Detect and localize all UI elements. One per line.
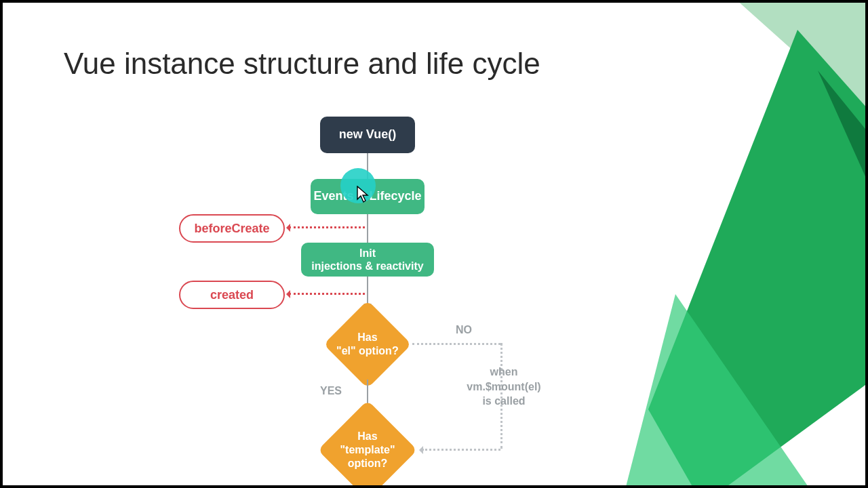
edge-yes-label: YES	[320, 385, 342, 397]
note-mount: when vm.$mount(el) is called	[457, 365, 551, 409]
slide-title: Vue instance structure and life cycle	[64, 47, 540, 81]
decision-has-el-label: Has "el" option?	[336, 331, 399, 358]
edge-events-init	[367, 214, 368, 243]
node-new-vue-label: new Vue()	[339, 127, 396, 142]
edge-created	[289, 293, 365, 295]
svg-marker-2	[614, 294, 811, 485]
cursor-icon	[357, 186, 369, 203]
hook-before-create-label: beforeCreate	[194, 222, 269, 236]
edge-before-create	[289, 226, 365, 228]
edge-no-back	[422, 449, 500, 451]
decorative-triangles	[594, 3, 865, 485]
hook-before-create: beforeCreate	[179, 214, 285, 243]
svg-marker-1	[648, 30, 865, 485]
triangles-svg	[594, 3, 865, 485]
node-init-label: Init injections & reactivity	[311, 247, 423, 272]
decision-has-el: Has "el" option?	[323, 300, 412, 388]
edge-no-h	[412, 343, 500, 345]
edge-no-label: NO	[456, 324, 472, 336]
hook-created: created	[179, 281, 285, 309]
node-new-vue: new Vue()	[320, 117, 415, 153]
svg-marker-3	[818, 70, 865, 267]
node-init: Init injections & reactivity	[301, 243, 434, 277]
decision-has-template-label: Has "template" option?	[332, 430, 403, 470]
hook-created-label: created	[210, 288, 254, 302]
slide: Vue instance structure and life cycle ne…	[3, 3, 865, 485]
decision-has-template: Has "template" option?	[317, 400, 417, 485]
svg-marker-0	[709, 3, 865, 152]
